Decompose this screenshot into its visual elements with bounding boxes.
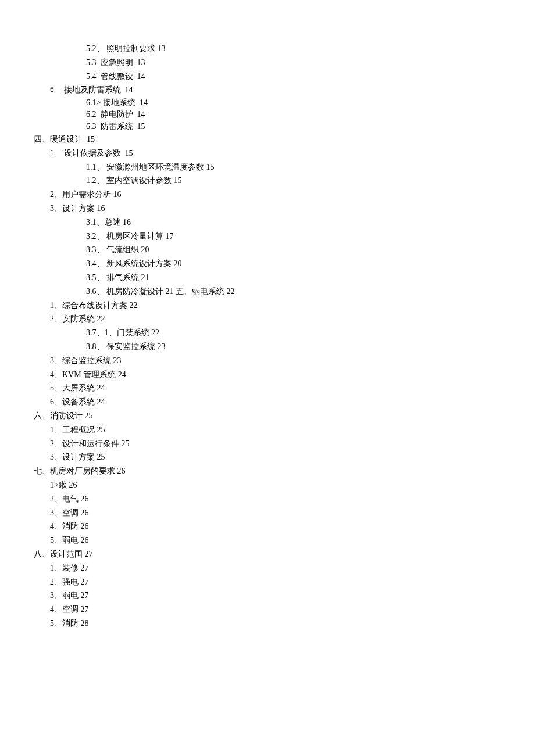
toc-entry: 2、强电 27 (50, 575, 501, 589)
toc-entry: 5、弱电 26 (50, 533, 501, 547)
section-heading: 八、设计范围 27 (34, 547, 501, 561)
toc-entry: 3、弱电 27 (50, 589, 501, 603)
toc-entry: 3、综合监控系统 23 (50, 354, 501, 368)
section-heading: 六、消防设计 25 (34, 409, 501, 423)
toc-entry: 2、电气 26 (50, 492, 501, 506)
toc-entry: 5、大屏系统 24 (50, 381, 501, 395)
toc-entry: 3、设计方案 16 (50, 202, 501, 216)
toc-entry: 3、空调 26 (50, 506, 501, 520)
toc-entry: 1 设计依据及参数 15 (50, 146, 501, 160)
toc-entry: 6.3 防雷系统 15 (86, 121, 501, 132)
toc-page: 5.2、 照明控制要求 13 5.3 应急照明 13 5.4 管线敷设 14 6… (0, 0, 535, 665)
section-heading: 七、机房对厂房的要求 26 (34, 464, 501, 478)
toc-entry: 3.8、 保安监控系统 23 (86, 340, 501, 354)
toc-entry: 1、综合布线设计方案 22 (50, 299, 501, 313)
toc-entry: 5.4 管线敷设 14 (86, 70, 501, 84)
toc-entry: 1、工程概况 25 (50, 423, 501, 437)
toc-entry: 3.3、 气流组织 20 (86, 243, 501, 257)
toc-entry: 3.2、 机房区冷量计算 17 (86, 230, 501, 243)
toc-entry: 1.2、 室内空调设计参数 15 (86, 174, 501, 188)
section-heading: 四、暖通设计 15 (34, 132, 501, 146)
toc-entry: 6、设备系统 24 (50, 395, 501, 409)
toc-entry: 6 接地及防雷系统 14 (50, 83, 501, 97)
toc-entry: 6.1> 接地系统 14 (86, 97, 501, 109)
toc-entry: 6.2 静电防护 14 (86, 109, 501, 120)
toc-entry: 4、消防 26 (50, 519, 501, 533)
toc-entry: 4、空调 27 (50, 603, 501, 617)
toc-entry: 3.7、1、门禁系统 22 (86, 326, 501, 340)
toc-entry: 5、消防 28 (50, 617, 501, 630)
toc-entry: 1>瞅 26 (50, 478, 501, 492)
toc-entry: 3.1、总述 16 (86, 216, 501, 230)
toc-entry: 5.2、 照明控制要求 13 (86, 42, 501, 56)
toc-entry: 1、装修 27 (50, 561, 501, 575)
toc-entry-text: 设计依据及参数 15 (64, 149, 133, 157)
toc-entry: 4、KVM 管理系统 24 (50, 368, 501, 382)
toc-entry: 2、用户需求分析 16 (50, 188, 501, 202)
toc-entry: 3、设计方案 25 (50, 450, 501, 464)
toc-entry: 5.3 应急照明 13 (86, 56, 501, 70)
toc-entry-text: 接地及防雷系统 14 (64, 85, 133, 94)
toc-entry: 3.5、 排气系统 21 (86, 271, 501, 285)
toc-entry: 2、设计和运行条件 25 (50, 437, 501, 451)
section-number: 1 (50, 146, 58, 159)
toc-entry: 3.4、 新风系统设计方案 20 (86, 257, 501, 271)
toc-entry: 2、安防系统 22 (50, 312, 501, 326)
toc-entry: 3.6、 机房防冷凝设计 21 五、弱电系统 22 (86, 285, 501, 299)
section-number: 6 (50, 83, 58, 95)
toc-entry: 1.1、 安徽滁州地区环境温度参数 15 (86, 160, 501, 174)
